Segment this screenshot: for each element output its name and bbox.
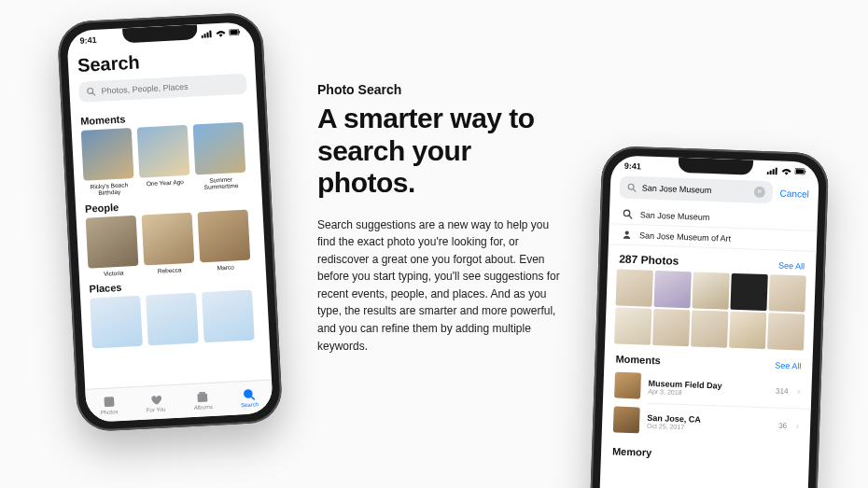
svg-rect-16	[773, 169, 775, 174]
photo-thumb[interactable]	[768, 274, 805, 312]
tab-label: For You	[147, 407, 166, 413]
tab-label: Albums	[194, 404, 213, 411]
headline: A smarter way to search your photos.	[317, 103, 565, 200]
search-icon	[627, 183, 637, 192]
phone-mockup-left: 9:41 Search Moments Ricky's Beach Birthd…	[57, 12, 284, 433]
svg-rect-1	[203, 34, 205, 38]
tab-label: Photos	[101, 409, 119, 415]
search-icon	[86, 87, 96, 97]
moment-count: 36	[778, 421, 787, 429]
tab-search[interactable]: Search	[240, 387, 259, 408]
battery-icon	[229, 29, 240, 37]
svg-line-13	[252, 397, 255, 399]
wifi-icon	[781, 168, 792, 175]
clear-icon[interactable]: ×	[754, 187, 765, 198]
photo-thumb[interactable]	[616, 270, 653, 307]
wifi-icon	[215, 30, 226, 38]
cancel-button[interactable]: Cancel	[780, 188, 810, 199]
photo-thumb[interactable]	[730, 273, 767, 311]
photo-thumb[interactable]	[729, 312, 766, 349]
battery-icon	[795, 168, 806, 175]
phone-mockup-right: 9:41 × Cancel San Jose Museum San Jose M…	[587, 146, 830, 488]
section-moments-title: Moments	[615, 354, 661, 367]
place-item[interactable]	[90, 296, 143, 349]
svg-rect-2	[206, 33, 208, 38]
moment-item[interactable]: Ricky's Beach Birthday	[81, 128, 135, 198]
tab-label: Search	[241, 401, 259, 408]
photo-thumb[interactable]	[654, 271, 692, 308]
suggestion-label: San Jose Museum of Art	[639, 230, 731, 243]
place-item[interactable]	[202, 290, 255, 343]
moment-thumb	[613, 407, 640, 434]
tab-foryou[interactable]: For You	[146, 393, 166, 413]
svg-line-22	[633, 189, 636, 192]
search-bar[interactable]: ×	[620, 176, 774, 204]
svg-point-25	[625, 230, 629, 234]
photo-thumb[interactable]	[691, 310, 728, 347]
photo-thumb[interactable]	[614, 307, 651, 344]
chevron-right-icon: ›	[797, 386, 800, 396]
status-time: 9:41	[79, 35, 97, 46]
moment-count: 314	[776, 386, 789, 395]
cellular-icon	[201, 30, 212, 38]
chevron-right-icon: ›	[796, 421, 799, 430]
person-item[interactable]: Marco	[197, 210, 250, 272]
photo-thumb[interactable]	[692, 272, 729, 309]
svg-rect-3	[209, 30, 211, 37]
moment-item[interactable]: Summer Summertime	[193, 122, 247, 192]
svg-rect-20	[805, 171, 805, 174]
tab-albums[interactable]: Albums	[193, 390, 213, 411]
tab-bar: Photos For You Albums Search	[85, 380, 273, 423]
svg-rect-9	[104, 397, 114, 407]
svg-rect-5	[230, 30, 237, 35]
cellular-icon	[767, 167, 778, 174]
moment-label: One Year Ago	[147, 178, 184, 188]
eyebrow: Photo Search	[317, 82, 565, 97]
moment-item[interactable]: One Year Ago	[137, 125, 191, 195]
body-text: Search suggestions are a new way to help…	[317, 216, 565, 356]
svg-line-8	[92, 93, 95, 96]
photo-grid	[605, 269, 816, 351]
search-input[interactable]	[642, 183, 749, 196]
section-memory-title: Memory	[612, 445, 652, 457]
tab-photos[interactable]: Photos	[100, 395, 119, 415]
see-all-link[interactable]: See All	[775, 361, 801, 371]
photo-thumb[interactable]	[767, 313, 805, 350]
svg-line-24	[629, 216, 632, 218]
svg-rect-0	[202, 35, 203, 38]
person-item[interactable]: Rebecca	[142, 213, 195, 275]
svg-rect-14	[767, 172, 769, 174]
svg-rect-15	[770, 171, 772, 175]
svg-rect-10	[198, 394, 208, 402]
svg-rect-11	[199, 392, 205, 394]
svg-rect-6	[239, 31, 240, 34]
photo-thumb[interactable]	[652, 309, 690, 346]
place-item[interactable]	[146, 293, 199, 346]
status-time: 9:41	[624, 161, 641, 172]
search-icon	[623, 209, 633, 219]
moment-thumb	[614, 372, 641, 399]
result-count: 287 Photos	[619, 253, 679, 268]
see-all-link[interactable]: See All	[778, 261, 805, 272]
marketing-copy: Photo Search A smarter way to search you…	[317, 82, 565, 355]
svg-rect-19	[796, 169, 804, 174]
suggestion-label: San Jose Museum	[640, 210, 710, 222]
person-icon	[622, 230, 632, 240]
svg-rect-17	[776, 167, 777, 174]
person-item[interactable]: Victoria	[86, 216, 139, 278]
search-input[interactable]	[101, 79, 239, 96]
svg-point-12	[245, 390, 252, 397]
